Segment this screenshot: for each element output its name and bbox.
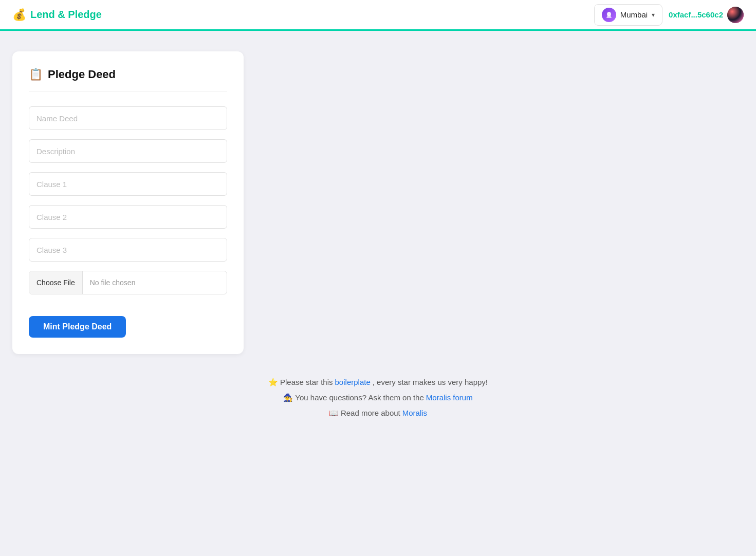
main-content: 📋 Pledge Deed Choose File No file chosen…: [0, 31, 756, 441]
boilerplate-link[interactable]: boilerplate: [335, 375, 371, 390]
moralis-forum-link[interactable]: Moralis forum: [426, 390, 473, 405]
logo-emoji: 💰: [12, 8, 26, 22]
mint-pledge-deed-button[interactable]: Mint Pledge Deed: [29, 316, 126, 338]
book-emoji: 📖: [329, 405, 339, 421]
file-name-display: No file chosen: [83, 279, 227, 287]
wallet-address-text: 0xfacf...5c60c2: [669, 10, 723, 19]
footer-line-1: ⭐ Please star this boilerplate , every s…: [12, 375, 744, 390]
footer-line-2: 🧙 You have questions? Ask them on the Mo…: [12, 390, 744, 405]
footer: ⭐ Please star this boilerplate , every s…: [12, 375, 744, 421]
avatar-inner: [727, 7, 744, 23]
card-title-text: Pledge Deed: [48, 68, 116, 81]
network-label: Mumbai: [620, 10, 648, 19]
card-title: 📋 Pledge Deed: [29, 68, 227, 92]
footer-line3-prefix: Read more about: [341, 405, 400, 421]
card-title-emoji: 📋: [29, 68, 43, 81]
header: 💰 Lend & Pledge Mumbai ▾ 0xfacf...5c60c2: [0, 0, 756, 31]
name-deed-group: [29, 106, 227, 130]
choose-file-button[interactable]: Choose File: [29, 271, 83, 294]
footer-line-3: 📖 Read more about Moralis: [12, 405, 744, 421]
file-upload-group: Choose File No file chosen: [29, 271, 227, 294]
footer-line2-prefix: You have questions? Ask them on the: [295, 390, 423, 405]
question-emoji: 🧙: [283, 390, 293, 405]
star-emoji: ⭐: [268, 375, 278, 390]
pledge-deed-card: 📋 Pledge Deed Choose File No file chosen…: [12, 51, 244, 354]
network-button[interactable]: Mumbai ▾: [594, 4, 662, 26]
logo-text: Lend & Pledge: [30, 9, 102, 21]
footer-line1-suffix: , every star makes us very happy!: [373, 375, 488, 390]
logo-container: 💰 Lend & Pledge: [12, 8, 102, 22]
clause1-group: [29, 172, 227, 196]
avatar: [727, 7, 744, 23]
header-right: Mumbai ▾ 0xfacf...5c60c2: [594, 4, 744, 26]
description-input[interactable]: [29, 139, 227, 163]
name-deed-input[interactable]: [29, 106, 227, 130]
moralis-link[interactable]: Moralis: [402, 405, 427, 421]
footer-line1-prefix: Please star this: [280, 375, 333, 390]
description-group: [29, 139, 227, 163]
clause3-group: [29, 238, 227, 262]
clause1-input[interactable]: [29, 172, 227, 196]
clause3-input[interactable]: [29, 238, 227, 262]
wallet-address-display: 0xfacf...5c60c2: [669, 7, 744, 23]
clause2-input[interactable]: [29, 205, 227, 229]
clause2-group: [29, 205, 227, 229]
moralis-network-icon: [602, 8, 616, 22]
file-input-wrapper: Choose File No file chosen: [29, 271, 227, 294]
chevron-down-icon: ▾: [652, 11, 655, 18]
